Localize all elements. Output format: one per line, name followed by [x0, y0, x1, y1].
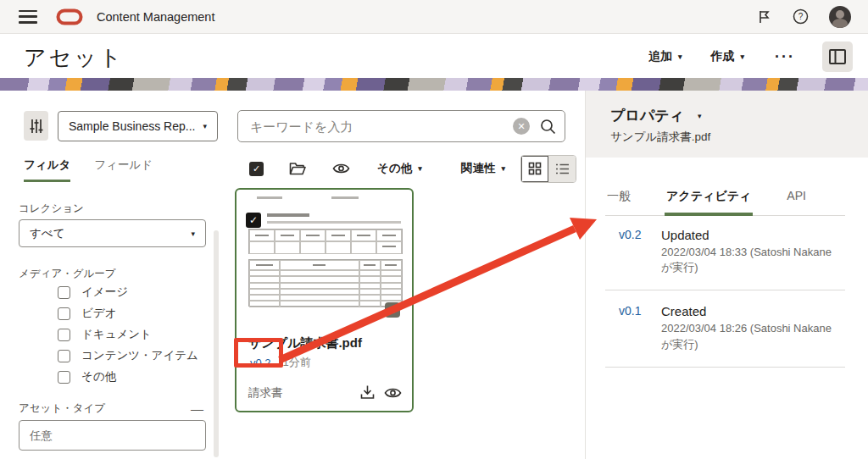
create-button[interactable]: 作成 ▾: [707, 44, 748, 69]
checkbox-icon[interactable]: [58, 307, 70, 320]
preview-eye-icon[interactable]: [332, 162, 350, 175]
repository-selector[interactable]: Sample Business Rep... ▾: [58, 111, 218, 141]
search-box: ✕: [237, 110, 565, 142]
activity-detail: 2022/03/04 18:26 (Satoshi Nakaneが実行): [661, 321, 835, 351]
topbar-actions: ?: [757, 6, 851, 28]
asset-version-row: v0.2 1分前: [250, 355, 311, 370]
asset-card-footer: 請求書: [248, 384, 402, 401]
properties-panel-header: プロパティ ▾ サンプル請求書.pdf: [586, 91, 868, 158]
activity-item: v0.2 Updated 2022/03/04 18:33 (Satoshi N…: [605, 214, 845, 290]
asset-type-section-header: アセット・タイプ —: [19, 401, 203, 416]
list-view-button[interactable]: [548, 156, 576, 182]
collection-select-value: すべて: [30, 226, 64, 241]
repository-selector-value: Sample Business Rep...: [69, 119, 195, 133]
folder-icon[interactable]: [289, 161, 307, 176]
info-badge-icon[interactable]: I: [385, 302, 400, 318]
asset-category-label: 請求書: [248, 385, 283, 401]
filter-sidebar: Sample Business Rep... ▾ フィルタ フィールド コレクシ…: [0, 91, 227, 459]
more-actions-button[interactable]: ···: [770, 45, 800, 69]
decorative-banner: [0, 78, 868, 91]
checkbox-row-images[interactable]: イメージ: [58, 285, 198, 299]
view-toggle: [520, 155, 576, 183]
tab-activity[interactable]: アクティビティ: [665, 189, 753, 216]
checkbox-row-documents[interactable]: ドキュメント: [58, 328, 198, 341]
checkbox-label: コンテンツ・アイテム: [81, 348, 198, 363]
preview-eye-icon[interactable]: [384, 384, 402, 401]
filter-panel-toggle-icon[interactable]: [24, 111, 48, 141]
collapse-section-icon[interactable]: —: [191, 401, 203, 416]
activity-body: Updated 2022/03/04 18:33 (Satoshi Nakane…: [661, 228, 835, 275]
checkbox-row-content-items[interactable]: コンテンツ・アイテム: [58, 349, 198, 362]
clear-search-icon[interactable]: ✕: [513, 118, 530, 135]
asset-card[interactable]: ✓ I サンプル請求書.pdf v0.2 1分前 請求書: [235, 188, 414, 412]
sort-relevance-dropdown[interactable]: 関連性 ▾: [461, 161, 505, 176]
activity-detail: 2022/03/04 18:33 (Satoshi Nakaneが実行): [661, 245, 835, 275]
sort-label: 関連性: [461, 161, 496, 176]
app-title: Content Management: [97, 10, 214, 24]
asset-type-label: アセット・タイプ: [19, 401, 105, 416]
search-icon[interactable]: [540, 119, 556, 135]
svg-text:?: ?: [798, 12, 804, 21]
sidebar-tabs: フィルタ フィールド: [24, 158, 153, 182]
asset-title[interactable]: サンプル請求書.pdf: [248, 335, 362, 351]
time-ago-label: 1分前: [283, 355, 311, 370]
page-header-actions: 追加 ▾ 作成 ▾ ···: [645, 41, 853, 72]
select-all-checkbox[interactable]: ✓: [249, 162, 264, 176]
checkbox-row-others[interactable]: その他: [58, 370, 198, 384]
asset-thumbnail[interactable]: ✓ I: [236, 190, 412, 334]
tab-fields[interactable]: フィールド: [94, 158, 153, 182]
download-icon[interactable]: [359, 384, 376, 401]
tab-general[interactable]: 一般: [605, 189, 632, 216]
oracle-logo-icon: [56, 8, 83, 25]
version-link[interactable]: v0.2: [250, 357, 271, 369]
chevron-down-icon: ▾: [418, 164, 422, 173]
activity-action: Updated: [661, 228, 835, 242]
activity-body: Created 2022/03/04 18:26 (Satoshi Nakane…: [661, 304, 835, 351]
hamburger-menu-icon[interactable]: [19, 10, 37, 24]
tab-filter[interactable]: フィルタ: [24, 158, 70, 182]
tab-api[interactable]: API: [785, 189, 808, 216]
more-filters-dropdown[interactable]: その他 ▾: [377, 161, 422, 176]
checkbox-row-videos[interactable]: ビデオ: [58, 307, 198, 320]
properties-tabs: 一般 アクティビティ API: [605, 189, 845, 216]
side-panel-toggle-button[interactable]: [822, 41, 853, 72]
checkbox-icon[interactable]: [58, 371, 70, 384]
search-input[interactable]: [250, 119, 513, 134]
chevron-down-icon: ▾: [501, 164, 505, 173]
asset-type-input[interactable]: [19, 420, 206, 451]
checkbox-label: ビデオ: [81, 306, 116, 321]
activity-version-link[interactable]: v0.1: [605, 304, 661, 351]
grid-view-button[interactable]: [521, 156, 548, 182]
more-filters-label: その他: [377, 161, 412, 176]
assets-toolbar: ✓ その他 ▾ 関連性 ▾: [237, 155, 576, 182]
media-group-label: メディア・グループ: [19, 267, 116, 281]
sidebar-scrollbar[interactable]: [214, 230, 219, 457]
add-button[interactable]: 追加 ▾: [645, 44, 686, 69]
activity-version-link[interactable]: v0.2: [605, 228, 661, 275]
page-title: アセット: [24, 43, 124, 73]
checkbox-icon[interactable]: [58, 286, 70, 299]
asset-selected-checkbox[interactable]: ✓: [246, 213, 261, 228]
activity-action: Created: [661, 304, 835, 318]
activity-list: v0.2 Updated 2022/03/04 18:33 (Satoshi N…: [605, 214, 845, 368]
help-icon[interactable]: ?: [793, 8, 809, 25]
chevron-down-icon: ▾: [698, 112, 702, 120]
collection-select[interactable]: すべて ▾: [19, 219, 206, 247]
add-button-label: 追加: [648, 49, 672, 64]
properties-panel: プロパティ ▾ サンプル請求書.pdf 一般 アクティビティ API v0.2 …: [585, 91, 868, 459]
chevron-down-icon: ▾: [203, 122, 207, 130]
checkbox-icon[interactable]: [58, 329, 70, 341]
checkbox-label: その他: [81, 369, 116, 384]
announcements-flag-icon[interactable]: [757, 9, 772, 25]
user-avatar[interactable]: [829, 6, 851, 28]
chevron-down-icon: ▾: [678, 53, 682, 61]
checkbox-icon[interactable]: [58, 350, 70, 362]
content-management-app: Content Management ? アセット 追加 ▾ 作成 ▾ ···: [0, 0, 868, 459]
properties-title: プロパティ: [610, 106, 684, 125]
page-header: アセット 追加 ▾ 作成 ▾ ···: [0, 35, 868, 78]
media-group-list: イメージ ビデオ ドキュメント コンテンツ・アイテム その他: [58, 285, 198, 384]
properties-subtitle: サンプル請求書.pdf: [610, 130, 710, 145]
properties-title-dropdown[interactable]: プロパティ ▾: [610, 106, 702, 125]
activity-item: v0.1 Created 2022/03/04 18:26 (Satoshi N…: [605, 290, 845, 367]
checkbox-label: イメージ: [81, 285, 128, 300]
